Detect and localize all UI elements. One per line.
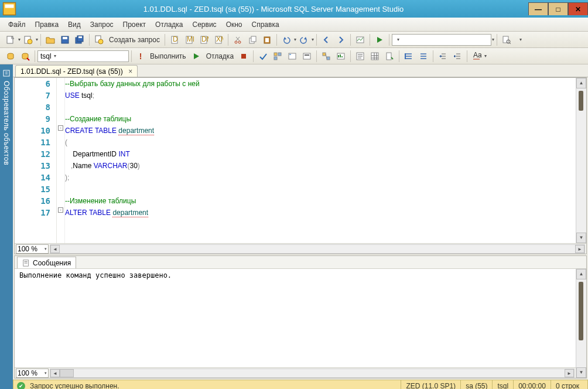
undo-icon[interactable] — [279, 33, 293, 46]
save-icon[interactable] — [58, 33, 72, 46]
new-project-icon[interactable] — [4, 33, 18, 46]
connect-icon[interactable] — [4, 50, 18, 63]
svg-rect-34 — [274, 57, 277, 60]
svg-rect-44 — [387, 53, 391, 60]
svg-rect-39 — [323, 53, 326, 56]
copy-icon[interactable] — [245, 33, 259, 46]
line-number-gutter: 67891011121314151617 — [15, 78, 57, 243]
new-item-icon[interactable] — [21, 33, 35, 46]
scroll-up-icon[interactable]: ▲ — [576, 78, 586, 88]
menu-query[interactable]: Запрос — [87, 19, 117, 30]
change-conn-icon[interactable] — [18, 50, 32, 63]
scroll-right-icon[interactable]: ► — [575, 245, 584, 253]
menu-debug[interactable]: Отладка — [152, 19, 186, 30]
actual-plan-icon[interactable] — [319, 50, 333, 63]
svg-rect-38 — [305, 54, 309, 56]
results-grid-icon[interactable] — [368, 50, 382, 63]
uncomment-icon[interactable] — [416, 50, 430, 63]
scroll-thumb[interactable] — [60, 369, 74, 377]
db-query-icon[interactable]: D — [167, 33, 182, 46]
scroll-thumb[interactable] — [579, 91, 583, 111]
parse-icon[interactable] — [256, 50, 270, 63]
app-icon — [2, 2, 16, 16]
intellisense-icon[interactable] — [300, 50, 314, 63]
results-file-icon[interactable] — [382, 50, 396, 63]
debug-button[interactable]: Отладка — [204, 52, 236, 60]
scroll-right-icon[interactable]: ► — [565, 369, 574, 377]
estimated-plan-icon[interactable] — [271, 50, 285, 63]
nav-fwd-icon[interactable] — [334, 33, 348, 46]
menu-service[interactable]: Сервис — [189, 19, 220, 30]
stop-icon[interactable] — [237, 50, 251, 63]
minimize-button[interactable]: — — [528, 2, 548, 15]
close-button[interactable]: ✕ — [568, 2, 588, 15]
debug-play-icon[interactable] — [189, 50, 203, 63]
execute-icon[interactable]: ! — [134, 50, 147, 63]
messages-zoom-combo[interactable]: 100 %▾ — [16, 368, 49, 378]
fold-box-icon[interactable]: - — [58, 207, 63, 213]
database-combo[interactable]: tsql▾ — [37, 50, 129, 62]
indent-icon[interactable] — [436, 50, 450, 63]
menu-view[interactable]: Вид — [64, 19, 84, 30]
scroll-down-icon[interactable]: ▼ — [576, 233, 586, 243]
status-login: sa (55) — [460, 380, 492, 389]
scroll-thumb[interactable] — [579, 282, 583, 340]
code-editor[interactable]: --Выбрать базу данных для работы с нейUS… — [65, 78, 576, 243]
new-query-icon[interactable] — [92, 33, 106, 46]
open-icon[interactable] — [43, 33, 57, 46]
editor-vertical-scrollbar[interactable]: ▲ ▼ — [576, 78, 586, 243]
outdent-icon[interactable] — [450, 50, 464, 63]
new-query-button[interactable]: Создать запрос — [107, 36, 162, 44]
menu-window[interactable]: Окно — [223, 19, 246, 30]
maximize-button[interactable]: □ — [548, 2, 568, 15]
results-text-icon[interactable] — [353, 50, 367, 63]
query-options-icon[interactable] — [285, 50, 299, 63]
find-icon[interactable] — [500, 33, 514, 46]
scroll-up-icon[interactable]: ▲ — [576, 269, 586, 279]
nav-back-icon[interactable] — [319, 33, 333, 46]
messages-vertical-scrollbar[interactable]: ▲ ▼ — [576, 269, 586, 378]
messages-tab[interactable]: Сообщения — [17, 257, 76, 268]
menu-file[interactable]: Файл — [5, 19, 29, 30]
status-time: 00:00:00 — [513, 380, 551, 389]
start-icon[interactable] — [372, 33, 387, 46]
document-tab-active[interactable]: 1.01.DDL.sql - ZED.tsql (sa (55)) × — [15, 65, 138, 77]
scroll-left-icon[interactable]: ◄ — [50, 369, 60, 377]
svg-rect-37 — [303, 53, 310, 59]
svg-text:MD: MD — [187, 35, 194, 43]
client-stats-icon[interactable] — [334, 50, 348, 63]
document-tab-close-icon[interactable]: × — [127, 67, 135, 76]
config-combo[interactable]: ▾ — [392, 34, 491, 46]
svg-rect-36 — [289, 54, 291, 55]
svg-point-11 — [98, 39, 103, 44]
comment-icon[interactable] — [402, 50, 416, 63]
svg-rect-1 — [5, 5, 14, 8]
redo-icon[interactable] — [297, 33, 311, 46]
fold-box-icon[interactable]: - — [58, 125, 63, 131]
specify-values-icon[interactable]: Aa — [470, 50, 484, 63]
editor-zoom-combo[interactable]: 100 %▾ — [16, 244, 49, 254]
paste-icon[interactable] — [260, 33, 274, 46]
activity-icon[interactable] — [353, 33, 367, 46]
menu-help[interactable]: Справка — [248, 19, 283, 30]
messages-horizontal-scrollbar[interactable]: ◄ ► — [50, 368, 575, 378]
save-all-icon[interactable] — [73, 33, 87, 46]
menubar: Файл Правка Вид Запрос Проект Отладка Се… — [0, 18, 588, 32]
xmla-query-icon[interactable]: XM — [211, 33, 225, 46]
editor-horizontal-scrollbar[interactable]: ◄ ► — [50, 244, 585, 254]
toolbar-main: ▾ ▾ Создать запрос D MD DM XM ▾ ▾ ▾ ▾ ▾ — [0, 32, 588, 48]
dmx-query-icon[interactable]: DM — [197, 33, 211, 46]
execute-button[interactable]: Выполнить — [148, 52, 189, 60]
find-combo-icon[interactable]: ▾ — [514, 33, 527, 46]
svg-text:Aa: Aa — [473, 52, 481, 59]
object-explorer-tab[interactable]: Обозреватель объектов — [0, 64, 13, 389]
svg-point-4 — [28, 39, 32, 44]
cut-icon[interactable] — [231, 33, 245, 46]
mdx-query-icon[interactable]: MD — [182, 33, 196, 46]
menu-edit[interactable]: Правка — [32, 19, 63, 30]
window-title: 1.01.DDL.sql - ZED.tsql (sa (55)) - Micr… — [19, 5, 528, 13]
menu-project[interactable]: Проект — [119, 19, 150, 30]
scroll-left-icon[interactable]: ◄ — [50, 245, 60, 253]
svg-rect-43 — [371, 53, 378, 60]
scroll-down-icon[interactable]: ▼ — [576, 367, 586, 378]
